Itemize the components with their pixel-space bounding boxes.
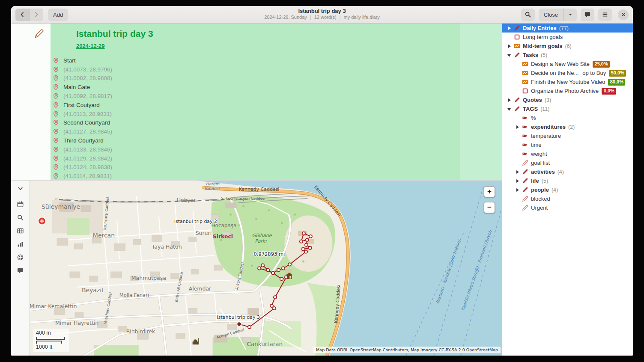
expander-spacer: [515, 205, 520, 211]
tree-item-organize-the-photo-archive[interactable]: Organize the Photo Archive0,0%: [502, 86, 633, 95]
search-button[interactable]: [521, 9, 535, 21]
expander-down-icon[interactable]: [507, 52, 512, 58]
tree-item-label: Long term goals: [523, 34, 563, 40]
window-close-button[interactable]: [618, 9, 629, 20]
entry-line: (41.0073, 28.9796): [51, 65, 459, 74]
tree-item-label: life: [531, 178, 539, 184]
tree-item-count: (6): [565, 43, 571, 49]
entry-line: (41.0114, 28.9831): [51, 172, 459, 180]
tree-item-label: time: [531, 142, 542, 148]
expander-right-icon[interactable]: [515, 124, 520, 130]
expander-spacer: [515, 151, 520, 157]
entry-text: (41.0092, 28.9817): [63, 93, 112, 99]
map-label: Sururi: [196, 230, 212, 236]
tree-item-urgent[interactable]: Urgent: [502, 203, 633, 212]
back-button[interactable]: [15, 9, 29, 21]
map-label: Sirkeci İstasyon Caddesi: [221, 196, 265, 201]
tree-item-people[interactable]: people(4): [502, 185, 633, 194]
editor-right-margin: [460, 24, 502, 180]
add-button[interactable]: Add: [48, 9, 68, 21]
tree-item-label: blocked: [531, 196, 550, 202]
map-label: Mimar Kemalettin: [30, 303, 77, 309]
panel-toggle-search[interactable]: [14, 213, 27, 223]
tree-item-goal-list[interactable]: goal list: [502, 158, 633, 167]
comment-icon: [584, 11, 591, 18]
close-entry-button[interactable]: Close: [539, 9, 563, 21]
calendar-icon: [17, 201, 24, 208]
bookmark-button[interactable]: [581, 9, 594, 21]
tree-item-finish-the-new-youtube-video[interactable]: Finish the New Youtube Video80,0%: [502, 77, 633, 86]
expander-down-icon[interactable]: [507, 106, 512, 112]
tree-item-tags[interactable]: TAGS(11): [502, 104, 633, 113]
expander-right-icon[interactable]: [507, 25, 512, 31]
expander-spacer: [515, 88, 520, 94]
tree-item-long-term-goals[interactable]: Long term goals: [502, 33, 633, 42]
map-canvas[interactable]: HaremİskelesiKennedy CaddesiSirkeci İsta…: [30, 181, 502, 356]
pencil-outline-icon: [522, 160, 528, 166]
tree-item-daily-entries[interactable]: Daily Entries(77): [502, 24, 633, 33]
expander-right-icon[interactable]: [515, 178, 520, 184]
tree-item-activities[interactable]: activities(4): [502, 167, 633, 176]
map-label: Harem: [206, 181, 220, 186]
route-end-marker: [237, 322, 242, 326]
expander-right-icon[interactable]: [507, 97, 512, 103]
map-label: Sirkeci: [213, 233, 233, 240]
tree-item-label: weight: [531, 151, 547, 157]
entry-date-link[interactable]: 2024-12-29: [76, 43, 105, 49]
panel-toggle-table[interactable]: [14, 226, 27, 236]
tree-item-design-a-new-web-site[interactable]: Design a New Web Site25,0%: [502, 59, 633, 68]
expander-right-icon[interactable]: [507, 43, 512, 49]
tree-item-weight[interactable]: weight: [502, 149, 633, 158]
chart-icon: [17, 240, 24, 248]
panel-toggle-calendar[interactable]: [14, 199, 27, 209]
menu-button[interactable]: [598, 9, 612, 21]
map-label: Hobyar: [177, 197, 197, 203]
entry-line: (41.0129, 28.9842): [51, 154, 459, 163]
tree-item-quotes[interactable]: Quotes(3): [502, 95, 633, 104]
map-zoom-out-button[interactable]: −: [484, 202, 495, 213]
tree-item-label: expenditures: [531, 124, 566, 130]
expander-right-icon[interactable]: [515, 169, 520, 175]
editor-body[interactable]: Istanbul trip day 3 2024-12-29 Start(41.…: [51, 24, 502, 180]
pencil-icon: [522, 169, 528, 175]
tree-item-blocked[interactable]: blocked: [502, 194, 633, 203]
map-zoom-in-button[interactable]: +: [484, 186, 495, 197]
tree-item-expenditures[interactable]: expenditures(2): [502, 122, 633, 131]
expander-spacer: [515, 133, 520, 139]
collapse-panel-button[interactable]: [14, 184, 27, 193]
tree-item-percent[interactable]: %: [502, 113, 633, 122]
expander-right-icon[interactable]: [515, 187, 520, 193]
location-pin-icon: [53, 57, 59, 64]
location-pin-icon: [53, 173, 59, 179]
tree-item-tasks[interactable]: Tasks(5): [502, 50, 633, 59]
panel-toggle-palette[interactable]: [14, 252, 27, 262]
left-pane: Istanbul trip day 3 2024-12-29 Start(41.…: [11, 24, 502, 356]
map-label: 0.972893 mi: [254, 251, 285, 257]
tree-item-count: (3): [545, 97, 551, 103]
subtitle-separator: |: [340, 15, 341, 20]
pencil-icon: [514, 25, 520, 31]
map-panel: HaremİskelesiKennedy CaddesiSirkeci İsta…: [11, 180, 502, 356]
sidebar-tree: Daily Entries(77)Long term goalsMid-term…: [502, 24, 633, 356]
tree-item-life[interactable]: life(5): [502, 176, 633, 185]
panel-toggle-comment[interactable]: [14, 266, 27, 276]
entry-text: Start: [63, 57, 76, 64]
expander-spacer: [515, 142, 520, 148]
map-label: Beyazıt: [82, 287, 104, 294]
location-pin-icon: [53, 155, 59, 162]
tree-item-count: (4): [558, 169, 564, 175]
forward-button[interactable]: [29, 9, 43, 21]
tree-item-temperature[interactable]: temperature: [502, 131, 633, 140]
progress-icon: [522, 70, 528, 76]
entry-line: (41.0127, 28.9845): [51, 127, 459, 136]
panel-toggle-chart[interactable]: [14, 239, 27, 249]
close-entry-dropdown[interactable]: [563, 9, 577, 21]
tree-item-time[interactable]: time: [502, 140, 633, 149]
entry-text: (41.0114, 28.9831): [63, 173, 112, 179]
map-label: Istanbul trip day 2: [174, 219, 217, 224]
map-view[interactable]: HaremİskelesiKennedy CaddesiSirkeci İsta…: [30, 181, 502, 356]
tree-item-mid-term-goals[interactable]: Mid-term goals(6): [502, 42, 633, 50]
tree-item-decide-on-the-ne[interactable]: Decide on the Ne...op to Buy50,0%: [502, 68, 633, 77]
diary-editor[interactable]: Istanbul trip day 3 2024-12-29 Start(41.…: [11, 24, 502, 180]
poi-plus-marker[interactable]: [38, 217, 46, 225]
